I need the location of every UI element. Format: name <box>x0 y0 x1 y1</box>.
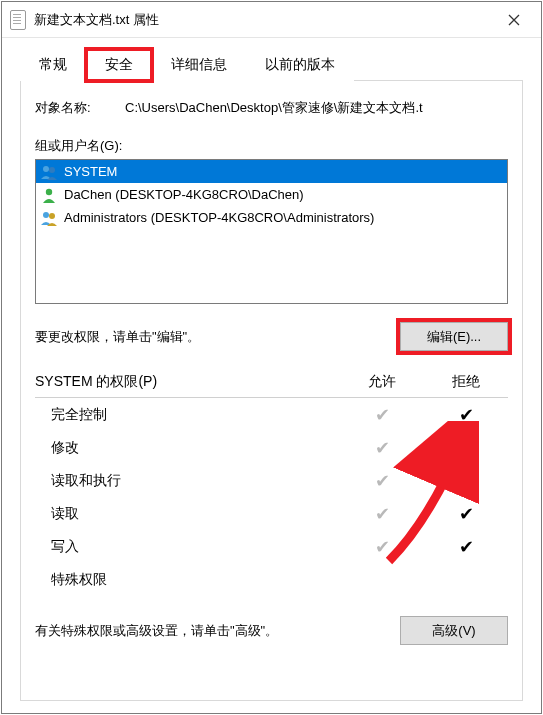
principal-name: DaChen (DESKTOP-4KG8CRO\DaChen) <box>64 187 304 202</box>
tab-previous-versions[interactable]: 以前的版本 <box>246 49 354 81</box>
permission-row: 修改✔✔ <box>35 431 508 464</box>
content-area: 常规 安全 详细信息 以前的版本 对象名称: C:\Users\DaChen\D… <box>2 38 541 711</box>
svg-point-4 <box>49 213 55 219</box>
user-icon <box>40 186 58 204</box>
svg-point-2 <box>46 188 52 194</box>
principal-item-system[interactable]: SYSTEM <box>36 160 507 183</box>
deny-check-icon: ✔ <box>424 437 508 459</box>
allow-check-icon: ✔ <box>340 404 424 426</box>
allow-check-icon: ✔ <box>340 503 424 525</box>
deny-check-icon: ✔ <box>424 404 508 426</box>
principal-item-admins[interactable]: Administrators (DESKTOP-4KG8CRO\Administ… <box>36 206 507 229</box>
titlebar[interactable]: 新建文本文档.txt 属性 <box>2 2 541 38</box>
permission-label: 完全控制 <box>51 406 340 424</box>
svg-point-3 <box>43 212 49 218</box>
permissions-header: SYSTEM 的权限(P) 允许 拒绝 <box>35 373 508 391</box>
permission-label: 读取 <box>51 505 340 523</box>
permission-label: 修改 <box>51 439 340 457</box>
permission-row: 写入✔✔ <box>35 530 508 563</box>
permission-label: 读取和执行 <box>51 472 340 490</box>
svg-point-0 <box>43 166 49 172</box>
allow-header: 允许 <box>340 373 424 391</box>
groups-label: 组或用户名(G): <box>35 137 508 155</box>
principal-name: SYSTEM <box>64 164 117 179</box>
edit-hint: 要更改权限，请单击"编辑"。 <box>35 328 200 346</box>
principal-item-user[interactable]: DaChen (DESKTOP-4KG8CRO\DaChen) <box>36 183 507 206</box>
tab-general[interactable]: 常规 <box>20 49 86 81</box>
svg-point-1 <box>49 167 55 173</box>
permission-row: 读取✔✔ <box>35 497 508 530</box>
permissions-for-label: SYSTEM 的权限(P) <box>35 373 340 391</box>
permission-label: 写入 <box>51 538 340 556</box>
tab-strip: 常规 安全 详细信息 以前的版本 <box>20 48 523 81</box>
close-button[interactable] <box>491 3 537 37</box>
permission-label: 特殊权限 <box>51 571 340 589</box>
advanced-button[interactable]: 高级(V) <box>400 616 508 645</box>
object-name-label: 对象名称: <box>35 99 125 117</box>
advanced-row: 有关特殊权限或高级设置，请单击"高级"。 高级(V) <box>35 616 508 645</box>
object-name-row: 对象名称: C:\Users\DaChen\Desktop\管家速修\新建文本文… <box>35 99 508 117</box>
allow-check-icon: ✔ <box>340 437 424 459</box>
edit-row: 要更改权限，请单击"编辑"。 编辑(E)... <box>35 322 508 351</box>
file-icon <box>10 10 26 30</box>
properties-window: 新建文本文档.txt 属性 常规 安全 详细信息 以前的版本 对象名称: C:\… <box>1 1 542 714</box>
permissions-table: 完全控制✔✔修改✔✔读取和执行✔✔读取✔✔写入✔✔特殊权限 <box>35 397 508 596</box>
tab-panel-security: 对象名称: C:\Users\DaChen\Desktop\管家速修\新建文本文… <box>20 81 523 701</box>
permission-row: 完全控制✔✔ <box>35 398 508 431</box>
permission-row: 特殊权限 <box>35 563 508 596</box>
tab-details[interactable]: 详细信息 <box>152 49 246 81</box>
deny-check-icon: ✔ <box>424 470 508 492</box>
allow-check-icon: ✔ <box>340 536 424 558</box>
users-group-icon <box>40 163 58 181</box>
admins-group-icon <box>40 209 58 227</box>
principal-name: Administrators (DESKTOP-4KG8CRO\Administ… <box>64 210 374 225</box>
principals-listbox[interactable]: SYSTEM DaChen (DESKTOP-4KG8CRO\DaChen) A… <box>35 159 508 304</box>
deny-header: 拒绝 <box>424 373 508 391</box>
deny-check-icon: ✔ <box>424 536 508 558</box>
advanced-hint: 有关特殊权限或高级设置，请单击"高级"。 <box>35 622 278 640</box>
edit-button[interactable]: 编辑(E)... <box>400 322 508 351</box>
allow-check-icon: ✔ <box>340 470 424 492</box>
deny-check-icon: ✔ <box>424 503 508 525</box>
permission-row: 读取和执行✔✔ <box>35 464 508 497</box>
tab-security[interactable]: 安全 <box>86 49 152 81</box>
window-title: 新建文本文档.txt 属性 <box>34 11 491 29</box>
object-name-value: C:\Users\DaChen\Desktop\管家速修\新建文本文档.t <box>125 99 423 117</box>
